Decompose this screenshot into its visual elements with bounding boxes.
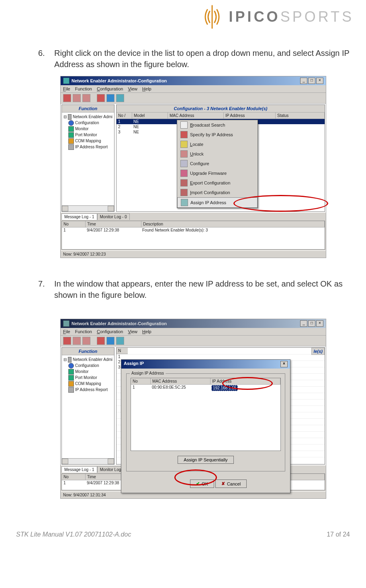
log-col-no[interactable]: No bbox=[62, 474, 86, 480]
ctx-unlock[interactable]: Unlock bbox=[177, 149, 258, 159]
log-col-desc[interactable]: Description bbox=[141, 221, 325, 227]
ctx-export-config[interactable]: Export Configuration bbox=[177, 178, 258, 188]
cancel-button[interactable]: ✘Cancel bbox=[215, 479, 247, 488]
maximize-button[interactable]: □ bbox=[308, 78, 315, 84]
configure-icon bbox=[180, 160, 188, 167]
screenshot-1: Network Enabler Administrator-Configurat… bbox=[60, 76, 326, 258]
ip-report-icon bbox=[68, 387, 74, 393]
horizontal-scrollbar[interactable] bbox=[62, 458, 114, 464]
logo-text-bold: IPICO bbox=[229, 8, 280, 25]
scroll-right-icon[interactable] bbox=[108, 206, 114, 211]
toolbar-button-1[interactable] bbox=[63, 94, 71, 102]
toolbar-button-6[interactable] bbox=[116, 94, 124, 102]
log-row[interactable]: 1 9/4/2007 12:29:38 Found Network Enable… bbox=[62, 227, 325, 233]
log-box: No Time Description 1 9/4/2007 12:29:38 … bbox=[61, 221, 325, 250]
col-no-fragment: N bbox=[117, 348, 128, 354]
window-titlebar[interactable]: Network Enabler Administrator-Configurat… bbox=[61, 76, 326, 85]
col-mac[interactable]: MAC Address bbox=[168, 113, 224, 119]
footer-page-number: 17 of 24 bbox=[327, 531, 350, 538]
function-pane: Function ⊟Network Enabler Admi Configura… bbox=[61, 347, 115, 465]
col-model[interactable]: Model bbox=[132, 113, 168, 119]
toolbar-button-3[interactable] bbox=[82, 94, 90, 102]
ctx-import-config[interactable]: Import Configuration bbox=[177, 188, 258, 197]
info-icon bbox=[68, 120, 74, 126]
dlg-col-no[interactable]: No bbox=[131, 378, 151, 384]
toolbar-button-3[interactable] bbox=[82, 337, 90, 345]
toolbar bbox=[61, 336, 326, 346]
toolbar-button-4[interactable] bbox=[97, 337, 105, 345]
log-col-time[interactable]: Time bbox=[86, 221, 141, 227]
step-number: 7. bbox=[38, 278, 54, 301]
port-monitor-icon bbox=[68, 375, 74, 381]
log-col-no[interactable]: No bbox=[62, 221, 86, 227]
toolbar-button-5[interactable] bbox=[106, 94, 115, 102]
row-index: 1 bbox=[117, 354, 325, 359]
ctx-broadcast-search[interactable]: Broadcast Search bbox=[177, 120, 258, 130]
dialog-close-button[interactable]: × bbox=[280, 361, 288, 367]
window-titlebar-inactive[interactable]: Network Enabler Administrator-Configurat… bbox=[61, 319, 326, 328]
dialog-titlebar[interactable]: Assign IP × bbox=[121, 360, 290, 369]
toolbar-button-5[interactable] bbox=[106, 337, 115, 345]
toolbar-button-6[interactable] bbox=[116, 337, 124, 345]
ctx-configure[interactable]: Configure bbox=[177, 159, 258, 168]
dialog-title: Assign IP bbox=[124, 361, 144, 367]
menu-help[interactable]: Help bbox=[142, 86, 151, 91]
function-tree[interactable]: ⊟Network Enabler Admi Configuration Moni… bbox=[62, 113, 114, 205]
scroll-left-icon[interactable] bbox=[62, 206, 68, 211]
cancel-icon: ✘ bbox=[221, 481, 225, 486]
close-button[interactable]: × bbox=[316, 78, 323, 84]
toolbar-button-2[interactable] bbox=[73, 337, 81, 345]
device-grid-header: No / Model MAC Address IP Address Status bbox=[117, 113, 325, 119]
ctx-assign-ip[interactable]: Assign IP Address bbox=[177, 197, 258, 208]
ctx-specify-ip[interactable]: Specify by IP Address bbox=[177, 130, 258, 139]
ctx-upgrade-firmware[interactable]: Upgrade Firmware bbox=[177, 168, 258, 178]
maximize-button[interactable]: □ bbox=[308, 320, 315, 327]
tab-message-log[interactable]: Message Log - 1 bbox=[61, 213, 97, 220]
unlock-icon bbox=[180, 150, 188, 158]
menu-view[interactable]: View bbox=[128, 86, 137, 91]
device-grid-body[interactable]: 1 NE 25 192.168.1.55 2 NE 33 192.168.1.5… bbox=[117, 119, 325, 211]
dlg-col-mac[interactable]: MAC Address bbox=[151, 378, 211, 384]
footer-filename: STK Lite Manual V1.07 20071102-A.doc bbox=[16, 531, 131, 538]
step-number: 6. bbox=[38, 47, 54, 70]
ip-row[interactable]: 1 00:90:E8:0E:5C:25 192.168.1.55 bbox=[131, 385, 280, 391]
close-button[interactable]: × bbox=[316, 320, 323, 327]
assign-ip-sequentially-button[interactable]: Assign IP Sequentially bbox=[178, 456, 233, 464]
ip-table: No MAC Address IP Address 1 00:90:E8:0E:… bbox=[131, 378, 281, 451]
menu-function[interactable]: Function bbox=[75, 329, 92, 334]
step-text: In the window that appears, enter the ne… bbox=[54, 278, 354, 301]
scroll-left-icon[interactable] bbox=[62, 459, 68, 464]
menu-view[interactable]: View bbox=[128, 329, 137, 334]
header-fragment: le(s) bbox=[311, 348, 325, 355]
toolbar-button-4[interactable] bbox=[97, 94, 105, 102]
tab-monitor-log[interactable]: Monitor Log - 0 bbox=[97, 213, 130, 220]
horizontal-scrollbar[interactable] bbox=[62, 205, 114, 211]
toolbar-button-2[interactable] bbox=[73, 94, 81, 102]
function-tree[interactable]: ⊟Network Enabler Admi Configuration Moni… bbox=[62, 355, 114, 458]
col-status[interactable]: Status bbox=[276, 113, 325, 119]
port-monitor-icon bbox=[68, 132, 74, 138]
menu-function[interactable]: Function bbox=[75, 86, 92, 91]
menu-help[interactable]: Help bbox=[142, 329, 151, 334]
function-header: Function bbox=[62, 348, 114, 355]
col-no[interactable]: No / bbox=[117, 113, 132, 119]
menu-file[interactable]: File bbox=[63, 329, 70, 334]
assign-ip-group: Assign IP Address No MAC Address IP Addr… bbox=[126, 373, 285, 471]
dlg-col-ip[interactable]: IP Address bbox=[211, 378, 280, 384]
tab-message-log[interactable]: Message Log - 1 bbox=[61, 466, 97, 473]
page-footer: STK Lite Manual V1.07 20071102-A.doc 17 … bbox=[12, 519, 354, 542]
step-text: Right click on the device in the list to… bbox=[54, 47, 354, 70]
ip-address-input[interactable]: 192.168.1.55 bbox=[211, 385, 238, 391]
minimize-button[interactable]: _ bbox=[300, 78, 307, 84]
window-title: Network Enabler Administrator-Configurat… bbox=[72, 321, 298, 326]
menu-file[interactable]: File bbox=[63, 86, 70, 91]
menu-configuration[interactable]: Configuration bbox=[97, 329, 123, 334]
ctx-locate[interactable]: Locate bbox=[177, 139, 258, 149]
menu-configuration[interactable]: Configuration bbox=[97, 86, 123, 91]
toolbar-button-1[interactable] bbox=[63, 337, 71, 345]
search-icon bbox=[180, 121, 188, 129]
minimize-button[interactable]: _ bbox=[300, 320, 307, 327]
ok-button[interactable]: ✔OK bbox=[190, 479, 214, 488]
scroll-right-icon[interactable] bbox=[108, 459, 114, 464]
col-ip[interactable]: IP Address bbox=[224, 113, 276, 119]
